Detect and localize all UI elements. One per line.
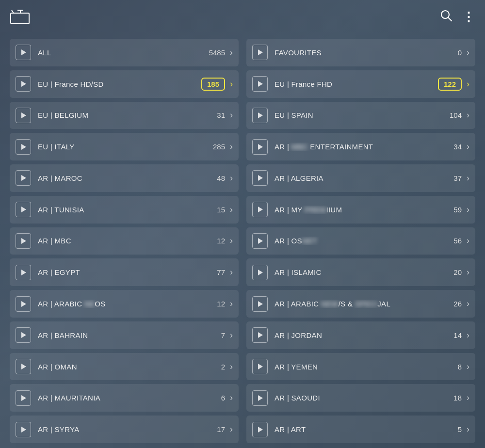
play-triangle-icon — [21, 207, 26, 212]
chevron-right-icon: › — [467, 79, 469, 89]
play-icon-box — [16, 139, 31, 155]
item-count: 77 — [210, 268, 225, 276]
list-item-ar-arabic-jal[interactable]: AR | ARABIC NEW/S & SPECIJAL26› — [246, 290, 475, 318]
list-item-ar-bahrain[interactable]: AR | BAHRAIN7› — [10, 321, 239, 349]
item-label: AR | ISLAMIC — [275, 268, 447, 276]
item-count: 6 — [210, 394, 225, 402]
play-triangle-icon — [258, 270, 263, 275]
list-item-ar-saoudi[interactable]: AR | SAOUDI18› — [246, 384, 475, 412]
list-item-ar-entertainment[interactable]: AR | MBC ENTERTAINMENT34› — [246, 133, 475, 160]
list-item-ar-mauritania[interactable]: AR | MAURITANIA6› — [10, 384, 239, 412]
play-triangle-icon — [258, 238, 263, 244]
list-item-ar-tunisia[interactable]: AR | TUNISIA15› — [10, 196, 239, 224]
list-item-eu-france-hd-sd[interactable]: EU | France HD/SD185› — [10, 70, 239, 98]
item-label: AR | YEMEN — [275, 363, 447, 371]
item-label: EU | France HD/SD — [38, 80, 201, 88]
list-item-ar-arabic-os[interactable]: AR | ARABIC NEOS12› — [10, 290, 239, 318]
list-item-ar-egypt[interactable]: AR | EGYPT77› — [10, 258, 239, 286]
item-count: 5 — [447, 425, 462, 433]
list-item-ar-syrya[interactable]: AR | SYRYA17› — [10, 416, 239, 443]
item-count: 2 — [210, 363, 225, 371]
chevron-right-icon: › — [230, 173, 233, 183]
list-item-ar-maroc[interactable]: AR | MAROC48› — [10, 164, 239, 192]
play-triangle-icon — [21, 395, 26, 401]
play-triangle-icon — [21, 49, 26, 55]
play-icon-box — [16, 233, 31, 249]
item-label: AR | SYRYA — [38, 425, 210, 433]
list-item-eu-spain[interactable]: EU | SPAIN104› — [246, 102, 475, 129]
play-triangle-icon — [258, 332, 263, 338]
list-item-favourites[interactable]: FAVOURITES0› — [246, 39, 475, 66]
search-icon[interactable] — [440, 9, 453, 25]
item-count: 37 — [447, 174, 462, 182]
play-icon-box — [16, 76, 31, 92]
play-triangle-icon — [21, 270, 26, 275]
play-icon-box — [16, 327, 31, 343]
play-icon-box — [16, 265, 31, 280]
play-triangle-icon — [21, 301, 26, 307]
svg-rect-0 — [11, 13, 29, 24]
play-icon-box — [252, 359, 268, 374]
chevron-right-icon: › — [230, 205, 233, 215]
item-label: AR | ARABIC NEW/S & SPECIJAL — [275, 300, 447, 308]
chevron-right-icon: › — [230, 48, 233, 58]
right-column: FAVOURITES0›EU | France FHD122›EU | SPAI… — [246, 39, 475, 443]
list-item-ar-jordan[interactable]: AR | JORDAN14› — [246, 321, 475, 349]
chevron-right-icon: › — [467, 236, 469, 246]
play-triangle-icon — [21, 364, 26, 369]
item-label: ALL — [38, 48, 209, 57]
list-item-ar-islamic[interactable]: AR | ISLAMIC20› — [246, 258, 475, 286]
play-triangle-icon — [21, 427, 26, 432]
list-item-ar-algeria[interactable]: AR | ALGERIA37› — [246, 164, 475, 192]
play-triangle-icon — [258, 81, 263, 87]
chevron-right-icon: › — [230, 424, 233, 434]
play-triangle-icon — [21, 144, 26, 150]
chevron-right-icon: › — [467, 205, 469, 215]
play-triangle-icon — [258, 49, 263, 55]
item-label: AR | ALGERIA — [275, 174, 447, 182]
item-count: 185 — [201, 78, 225, 91]
list-item-eu-italy[interactable]: EU | ITALY285› — [10, 133, 239, 160]
item-label: AR | TUNISIA — [38, 206, 210, 214]
list-item-all[interactable]: ALL5485› — [10, 39, 239, 66]
item-count: 5485 — [209, 48, 225, 57]
item-label: AR | MAROC — [38, 174, 210, 182]
list-item-ar-my-iium[interactable]: AR | MY PREMIIUM59› — [246, 196, 475, 224]
item-count: 56 — [447, 237, 462, 245]
list-item-ar-yemen[interactable]: AR | YEMEN8› — [246, 353, 475, 381]
logo-area — [10, 9, 33, 25]
chevron-right-icon: › — [230, 393, 233, 403]
item-label: AR | MY PREMIIUM — [275, 206, 447, 214]
item-count: 285 — [210, 143, 225, 151]
item-label: AR | JORDAN — [275, 331, 447, 339]
item-label: AR | MBC ENTERTAINMENT — [275, 143, 447, 151]
item-count: 26 — [447, 300, 462, 308]
list-item-eu-belgium[interactable]: EU | BELGIUM31› — [10, 102, 239, 129]
chevron-right-icon: › — [467, 299, 469, 309]
chevron-right-icon: › — [467, 362, 469, 372]
list-item-ar-os[interactable]: AR | OSNET56› — [246, 227, 475, 255]
item-label: AR | SAOUDI — [275, 394, 447, 402]
list-item-ar-art[interactable]: AR | ART5› — [246, 416, 475, 443]
list-item-ar-mbc[interactable]: AR | MBC12› — [10, 227, 239, 255]
play-icon-box — [16, 170, 31, 186]
chevron-right-icon: › — [230, 236, 233, 246]
item-label: AR | MAURITANIA — [38, 394, 210, 402]
item-count: 8 — [447, 363, 462, 371]
play-icon-box — [252, 296, 268, 312]
more-options-icon[interactable]: ⋮ — [462, 11, 475, 23]
play-triangle-icon — [258, 301, 263, 307]
item-label: AR | OMAN — [38, 363, 210, 371]
logo-icon — [10, 9, 30, 25]
play-triangle-icon — [258, 364, 263, 369]
play-icon-box — [252, 170, 268, 186]
chevron-right-icon: › — [467, 393, 469, 403]
list-item-eu-france-fhd[interactable]: EU | France FHD122› — [246, 70, 475, 98]
item-count: 12 — [210, 237, 225, 245]
item-count: 48 — [210, 174, 225, 182]
header-icons: ⋮ — [440, 9, 475, 25]
item-label: AR | MBC — [38, 237, 210, 245]
list-item-ar-oman[interactable]: AR | OMAN2› — [10, 353, 239, 381]
play-icon-box — [16, 296, 31, 312]
chevron-right-icon: › — [230, 110, 233, 120]
